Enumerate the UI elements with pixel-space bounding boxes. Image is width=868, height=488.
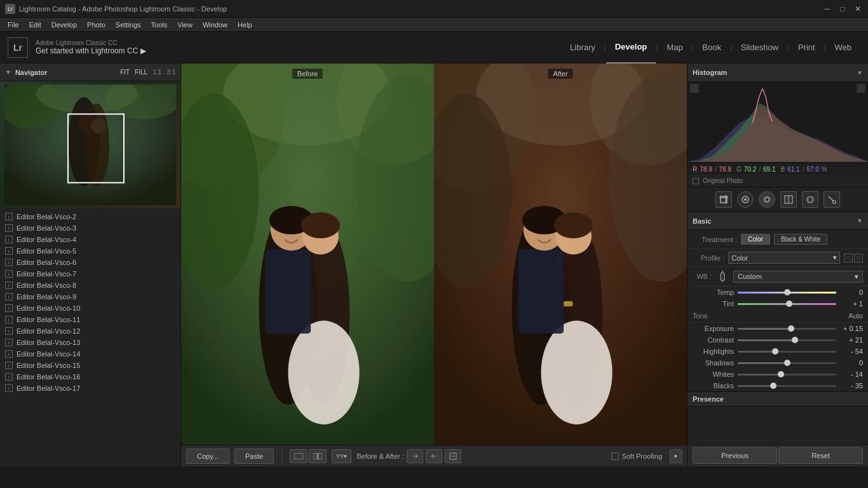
- nav-size-fill[interactable]: FILL: [135, 69, 147, 76]
- preset-item[interactable]: i Editor Belal-Vsco-12: [0, 325, 180, 337]
- nav-web[interactable]: Web: [826, 32, 861, 64]
- preset-item[interactable]: i Editor Belal-Vsco-6: [0, 257, 180, 268]
- preset-icon: i: [5, 384, 13, 392]
- tone-auto-button[interactable]: Auto: [848, 312, 863, 320]
- yy-button[interactable]: YY▾: [332, 449, 351, 463]
- single-view-button[interactable]: [290, 449, 308, 463]
- preset-item[interactable]: i Editor Belal-Vsco-4: [0, 234, 180, 245]
- reset-button[interactable]: Reset: [778, 447, 863, 464]
- paste-button[interactable]: Paste: [234, 449, 274, 464]
- nav-size-fit[interactable]: FIT: [120, 69, 130, 76]
- preset-icon: i: [5, 224, 13, 232]
- maximize-button[interactable]: □: [837, 4, 848, 14]
- nav-size-1-1[interactable]: 1:1: [153, 69, 161, 76]
- menu-help[interactable]: Help: [233, 18, 257, 32]
- nav-library[interactable]: Library: [561, 32, 604, 64]
- menu-photo[interactable]: Photo: [82, 18, 111, 32]
- split-view-button[interactable]: [309, 449, 327, 463]
- whites-value: - 14: [840, 370, 863, 378]
- preset-item[interactable]: i Editor Belal-Vsco-10: [0, 302, 180, 314]
- menu-edit[interactable]: Edit: [24, 18, 46, 32]
- shadows-slider-track[interactable]: [738, 362, 836, 364]
- heal-tool[interactable]: [737, 191, 754, 208]
- whites-slider-track[interactable]: [738, 374, 836, 376]
- temp-slider-track[interactable]: [738, 292, 836, 294]
- linear-grad-tool[interactable]: [780, 191, 797, 208]
- blacks-slider-track[interactable]: [738, 385, 836, 387]
- minimize-button[interactable]: ─: [822, 4, 832, 14]
- tint-slider-thumb[interactable]: [786, 301, 792, 307]
- nav-book[interactable]: Book: [693, 32, 730, 64]
- profile-add-icon[interactable]: □: [854, 254, 863, 262]
- blacks-slider-thumb[interactable]: [770, 383, 776, 389]
- proof-dropdown-button[interactable]: ▾: [670, 449, 682, 463]
- shadows-slider-thumb[interactable]: [784, 360, 790, 366]
- nav-size-3-1[interactable]: 3:1: [166, 69, 175, 76]
- tone-label: Tone: [693, 312, 848, 320]
- highlights-slider-track[interactable]: [738, 351, 836, 353]
- menu-view[interactable]: View: [172, 18, 198, 32]
- menu-develop[interactable]: Develop: [46, 18, 82, 32]
- menu-settings[interactable]: Settings: [111, 18, 146, 32]
- preset-item[interactable]: i Editor Belal-Vsco-9: [0, 291, 180, 302]
- menu-file[interactable]: File: [3, 18, 24, 32]
- adjustment-brush-tool[interactable]: [824, 191, 840, 208]
- preset-item[interactable]: i Editor Belal-Vsco-8: [0, 280, 180, 291]
- close-button[interactable]: ✕: [853, 4, 863, 14]
- preset-icon: i: [5, 327, 13, 335]
- preset-item[interactable]: i Editor Belal-Vsco-7: [0, 268, 180, 280]
- preset-item[interactable]: i Editor Belal-Vsco-16: [0, 371, 180, 383]
- wb-eyedropper-tool[interactable]: [715, 269, 729, 283]
- contrast-slider-track[interactable]: [738, 339, 836, 341]
- preset-item[interactable]: i Editor Belal-Vsco-3: [0, 222, 180, 234]
- swap-before-after-button[interactable]: [407, 449, 423, 463]
- bottom-bar: Copy... Paste YY▾ Before & After :: [181, 445, 687, 466]
- exposure-slider-thumb[interactable]: [788, 325, 794, 332]
- preset-item[interactable]: i Editor Belal-Vsco-13: [0, 337, 180, 348]
- histogram-collapse-icon[interactable]: ▼: [857, 69, 863, 76]
- profile-browse-icon[interactable]: □: [844, 254, 853, 262]
- menu-window[interactable]: Window: [198, 18, 233, 32]
- menu-tools[interactable]: Tools: [146, 18, 173, 32]
- navigator-collapse-icon[interactable]: ▼: [5, 69, 11, 76]
- wb-dropdown[interactable]: Custom ▾: [733, 271, 863, 283]
- preset-item[interactable]: i Editor Belal-Vsco-5: [0, 245, 180, 257]
- basic-section: Basic ▼ Treatment : Color Black & White …: [688, 212, 868, 407]
- whites-slider-thumb[interactable]: [778, 371, 784, 377]
- preset-item[interactable]: i Editor Belal-Vsco-14: [0, 348, 180, 360]
- preset-icon: i: [5, 270, 13, 278]
- bw-treatment-button[interactable]: Black & White: [774, 234, 827, 245]
- temp-slider-thumb[interactable]: [784, 289, 790, 295]
- basic-collapse-icon[interactable]: ▼: [857, 217, 863, 224]
- soft-proofing-checkbox[interactable]: [611, 452, 619, 460]
- nav-develop[interactable]: Develop: [606, 32, 656, 64]
- contrast-slider-thumb[interactable]: [792, 337, 798, 343]
- preset-item[interactable]: i Editor Belal-Vsco-15: [0, 360, 180, 371]
- temp-slider-row: Temp 0: [688, 287, 868, 298]
- color-treatment-button[interactable]: Color: [741, 234, 770, 245]
- tint-slider-row: Tint + 1: [688, 298, 868, 309]
- crop-tool[interactable]: [715, 191, 732, 208]
- highlights-slider-thumb[interactable]: [772, 348, 778, 355]
- previous-button[interactable]: Previous: [693, 447, 777, 464]
- copy-settings-button[interactable]: [426, 449, 442, 463]
- nav-slideshow[interactable]: Slideshow: [732, 32, 787, 64]
- svg-rect-31: [519, 249, 564, 334]
- navigator-sizes: FIT FILL 1:1 3:1: [120, 69, 175, 76]
- copy-button[interactable]: Copy...: [186, 449, 229, 464]
- b-val1: 61.1: [787, 166, 799, 173]
- tint-slider-track[interactable]: [738, 303, 836, 305]
- redeye-tool[interactable]: [759, 191, 775, 208]
- profile-select[interactable]: Color ▾: [728, 252, 840, 264]
- radial-grad-tool[interactable]: [802, 191, 818, 208]
- original-photo-checkbox[interactable]: [693, 178, 699, 184]
- preset-item[interactable]: i Editor Belal-Vsco-2: [0, 211, 180, 222]
- nav-map[interactable]: Map: [658, 32, 691, 64]
- preset-item[interactable]: i Editor Belal-Vsco-11: [0, 314, 180, 325]
- exposure-slider-track[interactable]: [738, 328, 836, 330]
- treatment-row: Treatment : Color Black & White: [688, 230, 868, 249]
- get-started-link[interactable]: Get started with Lightroom CC ▶: [36, 46, 146, 55]
- crop-button[interactable]: [445, 449, 461, 463]
- preset-item[interactable]: i Editor Belal-Vsco-17: [0, 383, 180, 394]
- nav-print[interactable]: Print: [789, 32, 824, 64]
